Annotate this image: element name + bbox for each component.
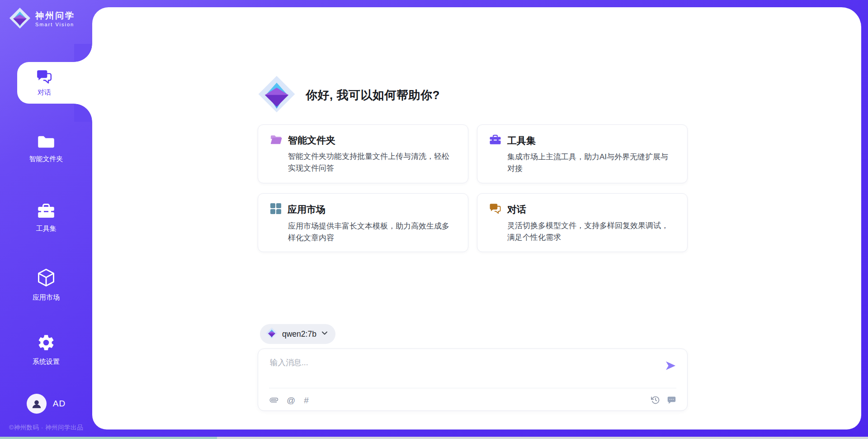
- feature-cards: 智能文件夹 智能文件夹功能支持批量文件上传与清洗，轻松实现文件问答: [258, 124, 688, 252]
- gear-icon: [37, 333, 56, 354]
- model-name: qwen2:7b: [282, 329, 316, 339]
- card-title: 工具集: [507, 134, 536, 147]
- model-logo-diamond-icon: [266, 327, 278, 341]
- sidebar-item-app-market[interactable]: 应用市场: [0, 268, 92, 302]
- assistant-logo-diamond-icon: [258, 75, 296, 115]
- card-title: 智能文件夹: [288, 134, 335, 147]
- card-title: 对话: [507, 203, 526, 216]
- chat-bubble-icon[interactable]: [667, 396, 676, 405]
- sidebar-footer: ©神州数码 · 神州问学出品: [0, 424, 92, 432]
- folder-open-icon: [270, 134, 282, 147]
- card-description: 集成市场上主流工具，助力AI与外界无缝扩展与对接: [507, 151, 675, 174]
- tab-fillet-bottom: [74, 104, 92, 122]
- cube-icon: [37, 268, 55, 290]
- send-icon: [664, 359, 677, 372]
- chat-icon: [36, 69, 52, 86]
- greeting: 你好, 我可以如何帮助你?: [258, 75, 440, 115]
- tab-fillet-top: [74, 44, 92, 62]
- content-column: 你好, 我可以如何帮助你? 智能文件夹 智能文件夹功能支持批量文件上传与清洗，轻…: [258, 7, 688, 429]
- sidebar-item-toolset[interactable]: 工具集: [0, 203, 92, 233]
- send-button[interactable]: [664, 359, 677, 372]
- chat-icon: [489, 203, 501, 216]
- user-account[interactable]: AD: [0, 394, 92, 414]
- folder-icon: [37, 134, 55, 151]
- card-smart-folder[interactable]: 智能文件夹 智能文件夹功能支持批量文件上传与清洗，轻松实现文件问答: [258, 124, 468, 183]
- card-chat[interactable]: 对话 灵活切换多模型文件，支持多样回复效果调试，满足个性化需求: [477, 193, 688, 252]
- brand: 神州问学 Smart Vision: [9, 7, 75, 31]
- screen-bottom-edge-accent: [0, 437, 217, 439]
- composer-toolbar: @ #: [270, 393, 676, 407]
- app-window: 神州问学 Smart Vision 对话 智能文件夹: [0, 0, 868, 439]
- sidebar-item-label: 系统设置: [33, 358, 60, 366]
- grid-icon: [270, 203, 282, 216]
- user-name: AD: [53, 399, 66, 409]
- composer-divider: [269, 388, 676, 388]
- topic-hash-icon[interactable]: #: [304, 396, 309, 405]
- card-description: 灵活切换多模型文件，支持多样回复效果调试，满足个性化需求: [507, 220, 675, 243]
- mention-at-icon[interactable]: @: [287, 396, 295, 405]
- greeting-text: 你好, 我可以如何帮助你?: [306, 87, 440, 103]
- card-toolset[interactable]: 工具集 集成市场上主流工具，助力AI与外界无缝扩展与对接: [477, 124, 688, 183]
- main-panel: 你好, 我可以如何帮助你? 智能文件夹 智能文件夹功能支持批量文件上传与清洗，轻…: [92, 7, 861, 429]
- sidebar: 神州问学 Smart Vision 对话 智能文件夹: [0, 0, 92, 439]
- toolbox-icon: [37, 203, 55, 221]
- card-description: 应用市场提供丰富长文本模板，助力高效生成多样化文章内容: [288, 220, 456, 243]
- sidebar-item-smart-folder[interactable]: 智能文件夹: [0, 134, 92, 163]
- brand-name: 神州问学: [35, 11, 75, 21]
- brand-logo-diamond-icon: [9, 7, 31, 31]
- card-title: 应用市场: [288, 203, 326, 216]
- avatar: [27, 394, 47, 414]
- card-app-market[interactable]: 应用市场 应用市场提供丰富长文本模板，助力高效生成多样化文章内容: [258, 193, 468, 252]
- model-selector[interactable]: qwen2:7b: [260, 324, 335, 344]
- message-composer: @ #: [258, 348, 688, 411]
- chevron-down-icon: [321, 329, 328, 339]
- sidebar-item-chat[interactable]: 对话: [17, 62, 92, 104]
- sidebar-item-label: 工具集: [36, 224, 57, 233]
- attach-paperclip-icon[interactable]: [268, 394, 279, 406]
- sidebar-item-settings[interactable]: 系统设置: [0, 333, 92, 366]
- sidebar-item-label: 应用市场: [33, 293, 60, 302]
- message-input[interactable]: [270, 357, 645, 383]
- briefcase-icon: [489, 134, 501, 147]
- card-description: 智能文件夹功能支持批量文件上传与清洗，轻松实现文件问答: [288, 151, 456, 174]
- history-icon[interactable]: [651, 396, 660, 405]
- brand-subtitle: Smart Vision: [35, 22, 75, 27]
- sidebar-item-label: 对话: [38, 88, 51, 97]
- sidebar-item-label: 智能文件夹: [29, 155, 63, 163]
